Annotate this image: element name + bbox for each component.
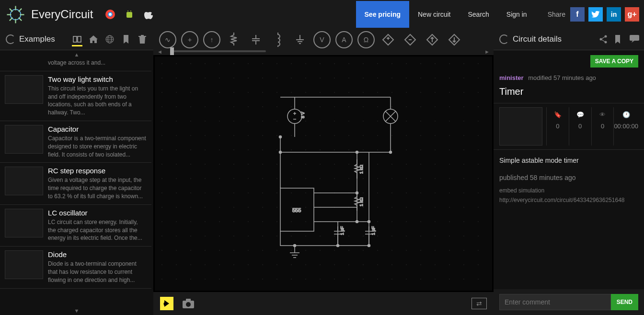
svg-point-22 [356,220,358,223]
twitter-icon[interactable] [588,7,603,22]
svg-rect-35 [630,35,639,41]
ccvs-icon[interactable] [424,31,441,48]
svg-point-25 [368,244,370,247]
toolbar-scrollbar[interactable] [170,50,266,52]
dc-source-icon[interactable]: + [181,31,198,48]
book-tab-icon[interactable] [72,35,82,44]
examples-title: Examples [19,34,70,44]
component-toolbar: ∿ + ↑ V A Ω [153,29,494,50]
embed-url[interactable]: http://everycircuit.com/circuit/64334296… [499,197,638,203]
details-panel: Circuit details SAVE A COPY minister mod… [494,29,644,315]
svg-point-31 [186,302,191,307]
comment-row: SEND [494,289,644,315]
svg-text:5 V: 5 V [300,112,305,118]
cccs-icon[interactable] [446,31,463,48]
apple-icon[interactable] [143,9,154,20]
refresh-icon[interactable] [6,34,15,44]
linkedin-icon[interactable]: in [607,7,621,22]
svg-text:1 µF: 1 µF [371,226,376,235]
current-source-icon[interactable]: ↑ [203,31,220,48]
stats-row: 🔖 0 💬 0 👁 0 🕐 00:00:00 [494,103,644,150]
circuit-canvas[interactable]: 5 V 555 1 kΩ 1 kΩ 1 µF 1 µF [155,56,492,291]
svg-text:555: 555 [292,207,301,213]
save-copy-button[interactable]: SAVE A COPY [590,55,638,68]
refresh-icon[interactable] [499,34,509,44]
trash-tab-icon[interactable] [137,35,148,44]
resistor-icon[interactable] [225,31,242,48]
googleplus-icon[interactable]: g+ [625,7,639,22]
facebook-icon[interactable]: f [570,7,585,22]
comment-input[interactable] [499,294,611,310]
svg-point-24 [337,244,339,247]
stat-time: 🕐 00:00:00 [613,107,638,146]
bookmark-icon[interactable] [614,35,623,44]
android-icon[interactable] [124,9,135,20]
example-item[interactable]: Two way light switch This circuit lets y… [0,71,151,121]
search-link[interactable]: Search [459,1,497,28]
ac-source-icon[interactable]: ∿ [159,31,176,48]
example-title: Diode [48,250,147,259]
modified-label: modified 57 minutes ago [528,74,596,81]
platform-icons [105,9,154,20]
details-title: Circuit details [513,34,595,44]
stat-comments: 💬 0 [569,107,591,146]
nav-links: See pricing New circuit Search Sign in [356,1,536,28]
home-tab-icon[interactable] [88,35,99,44]
svg-text:1 kΩ: 1 kΩ [359,164,364,173]
svg-point-27 [390,151,392,153]
vccs-icon[interactable] [402,31,419,48]
canvas-footer: t ⇄ [153,292,494,315]
bookmark-tab-icon[interactable] [121,35,131,44]
examples-list[interactable]: voltage across it and... Two way light s… [0,59,153,306]
ground-icon[interactable] [291,31,309,48]
svg-text:t: t [163,302,165,306]
share-label: Share [548,11,565,18]
example-item[interactable]: voltage across it and... [0,59,151,71]
chrome-icon[interactable] [105,9,115,20]
example-item[interactable]: Capacitor Capacitor is a two-terminal co… [0,121,151,163]
chat-icon[interactable] [630,35,638,44]
example-item[interactable]: RC step response Given a voltage step at… [0,163,151,204]
play-button[interactable]: t [160,297,173,310]
share-icon[interactable] [599,35,608,44]
inductor-icon[interactable] [269,31,287,48]
vcvs-icon[interactable] [380,31,397,48]
new-circuit-link[interactable]: New circuit [409,1,459,28]
svg-point-23 [368,220,370,223]
circuit-schematic: 5 V 555 1 kΩ 1 kΩ 1 µF 1 µF [232,83,414,265]
ammeter-icon[interactable]: A [335,31,353,48]
eye-icon: 👁 [592,111,614,119]
camera-icon[interactable] [182,298,195,309]
svg-rect-4 [126,12,132,18]
share-section: Share f in g+ [548,7,639,22]
author-link[interactable]: minister [499,74,524,81]
voltmeter-icon[interactable]: V [313,31,331,48]
meta-row: minister modified 57 minutes ago [494,72,644,86]
scroll-up-icon[interactable]: ▲ [74,52,80,57]
svg-point-5 [127,11,128,11]
svg-point-21 [356,191,358,194]
pricing-link[interactable]: See pricing [356,1,409,28]
scroll-down-icon[interactable]: ▼ [74,308,80,314]
send-button[interactable]: SEND [611,294,638,310]
published-label: published 58 minutes ago [499,174,638,181]
logo-section[interactable]: EveryCircuit [5,4,93,25]
ohmmeter-icon[interactable]: Ω [357,31,375,48]
svg-point-6 [130,11,131,11]
example-item[interactable]: Diode Diode is a two-terminal component … [0,247,151,288]
capacitor-icon[interactable] [247,31,264,48]
app-header: EveryCircuit See pricing New circuit Sea… [0,0,644,29]
svg-point-19 [279,135,282,138]
example-title: Two way light switch [48,75,147,83]
example-item[interactable]: LC oscillator LC circuit can store energ… [0,205,151,247]
sign-in-link[interactable]: Sign in [498,1,536,28]
canvas-panel: ∿ + ↑ V A Ω ◄ ► 5 V [153,29,494,315]
app-logo-icon [5,4,26,25]
svg-point-32 [605,35,607,38]
svg-point-26 [294,244,296,247]
circuit-description: Simple astable mode timer [499,157,638,164]
svg-text:1 kΩ: 1 kΩ [359,197,364,206]
globe-tab-icon[interactable] [104,35,115,44]
svg-point-9 [288,109,302,124]
swap-icon[interactable]: ⇄ [472,298,487,309]
